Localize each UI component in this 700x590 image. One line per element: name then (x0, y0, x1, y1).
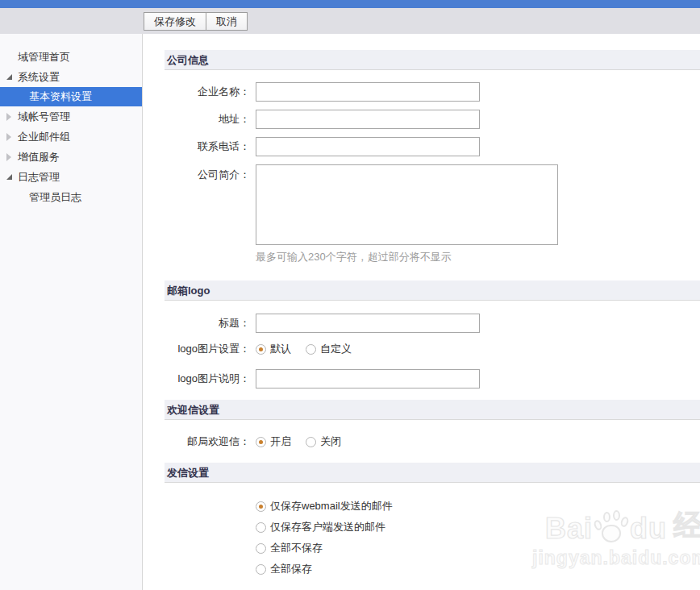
radio-button-checked-icon[interactable] (256, 501, 266, 512)
sending-option-client-only[interactable]: 仅保存客户端发送的邮件 (256, 520, 700, 534)
radio-option-label[interactable]: 仅保存客户端发送的邮件 (270, 520, 385, 534)
section-header-mailbox-logo: 邮箱logo (165, 280, 700, 301)
sidebar-item-label: 日志管理 (18, 171, 60, 183)
company-intro-row: 公司简介： (165, 164, 700, 245)
sidebar-item-admin-log[interactable]: 管理员日志 (0, 187, 142, 207)
sidebar-item-label: 系统设置 (18, 71, 60, 83)
sending-option-webmail-only[interactable]: 仅保存webmail发送的邮件 (256, 499, 700, 513)
address-input[interactable] (256, 110, 480, 129)
sidebar-item-label: 基本资料设置 (29, 90, 92, 102)
top-accent-bar (0, 0, 700, 8)
sidebar-item-basic-profile-settings[interactable]: 基本资料设置 (0, 87, 142, 106)
logo-desc-row: logo图片说明： (165, 369, 700, 388)
company-intro-label: 公司简介： (165, 168, 250, 182)
welcome-letter-label: 邮局欢迎信： (165, 434, 250, 449)
sidebar-item-mail-groups[interactable]: 企业邮件组 (0, 127, 142, 147)
radio-option-label[interactable]: 仅保存webmail发送的邮件 (270, 499, 393, 513)
welcome-letter-row: 邮局欢迎信： 开启 关闭 (165, 434, 700, 449)
radio-option-label[interactable]: 全部保存 (270, 562, 312, 576)
sidebar-item-domain-home[interactable]: 域管理首页 (0, 47, 142, 67)
save-button[interactable]: 保存修改 (144, 12, 206, 31)
sidebar-item-domain-accounts[interactable]: 域帐号管理 (0, 106, 142, 127)
phone-label: 联系电话： (165, 139, 250, 154)
address-row: 地址： (165, 110, 700, 129)
toolbar: 保存修改 取消 (0, 8, 700, 34)
sidebar-item-label: 域管理首页 (18, 51, 70, 63)
welcome-off-option[interactable]: 关闭 (306, 434, 341, 449)
logo-title-row: 标题： (165, 314, 700, 333)
settings-form: 公司信息 企业名称： 地址： 联系电话： 公司简介： 最多可输入230个字符，超… (143, 34, 700, 590)
sidebar-nav: 域管理首页 系统设置 基本资料设置 域帐号管理 企业邮件组 增值服务 日志管理 … (0, 34, 143, 590)
cancel-button[interactable]: 取消 (206, 12, 248, 31)
radio-option-label[interactable]: 默认 (270, 342, 291, 356)
sidebar-item-label: 增值服务 (18, 151, 60, 163)
logo-image-custom-option[interactable]: 自定义 (306, 342, 352, 356)
phone-row: 联系电话： (165, 137, 700, 156)
company-name-row: 企业名称： (165, 82, 700, 102)
intro-char-limit-note: 最多可输入230个字符，超过部分将不显示 (256, 250, 700, 264)
radio-option-label[interactable]: 全部不保存 (270, 541, 323, 555)
logo-image-setting-row: logo图片设置： 默认 自定义 (165, 342, 700, 356)
radio-option-label[interactable]: 自定义 (320, 342, 352, 356)
section-header-sending-settings: 发信设置 (165, 463, 700, 483)
expanded-arrow-icon[interactable] (6, 174, 12, 180)
radio-button-icon[interactable] (256, 522, 266, 533)
collapsed-arrow-icon[interactable] (6, 133, 11, 141)
radio-option-label[interactable]: 关闭 (320, 434, 341, 449)
radio-option-label[interactable]: 开启 (270, 434, 291, 449)
logo-desc-input[interactable] (256, 369, 480, 388)
radio-button-icon[interactable] (306, 344, 316, 355)
phone-input[interactable] (256, 137, 480, 156)
logo-image-default-option[interactable]: 默认 (256, 342, 291, 356)
company-intro-textarea[interactable] (256, 164, 558, 245)
section-header-welcome-letter: 欢迎信设置 (165, 400, 700, 420)
logo-title-input[interactable] (256, 314, 480, 333)
radio-button-checked-icon[interactable] (256, 437, 266, 447)
company-name-label: 企业名称： (165, 85, 250, 99)
logo-title-label: 标题： (165, 316, 250, 330)
collapsed-arrow-icon[interactable] (6, 153, 11, 161)
sidebar-item-log-management[interactable]: 日志管理 (0, 167, 142, 187)
logo-desc-label: logo图片说明： (165, 372, 250, 386)
collapsed-arrow-icon[interactable] (6, 113, 11, 121)
radio-button-checked-icon[interactable] (256, 344, 266, 355)
sending-options-list: 仅保存webmail发送的邮件 仅保存客户端发送的邮件 全部不保存 全部保存 (256, 499, 700, 576)
logo-image-setting-label: logo图片设置： (165, 342, 250, 356)
company-name-input[interactable] (256, 82, 480, 102)
address-label: 地址： (165, 112, 250, 127)
radio-button-icon[interactable] (256, 543, 266, 554)
sending-option-save-none[interactable]: 全部不保存 (256, 541, 700, 555)
sending-option-save-all[interactable]: 全部保存 (256, 562, 700, 576)
welcome-on-option[interactable]: 开启 (256, 434, 291, 449)
sidebar-item-system-settings[interactable]: 系统设置 (0, 67, 142, 87)
radio-button-icon[interactable] (306, 437, 316, 447)
expanded-arrow-icon[interactable] (6, 74, 12, 80)
sidebar-item-label: 管理员日志 (29, 191, 81, 203)
radio-button-icon[interactable] (256, 564, 266, 575)
sidebar-item-label: 企业邮件组 (18, 131, 70, 143)
sidebar-item-label: 域帐号管理 (18, 110, 70, 123)
section-header-company-info: 公司信息 (165, 50, 700, 70)
sidebar-item-value-added-services[interactable]: 增值服务 (0, 147, 142, 167)
